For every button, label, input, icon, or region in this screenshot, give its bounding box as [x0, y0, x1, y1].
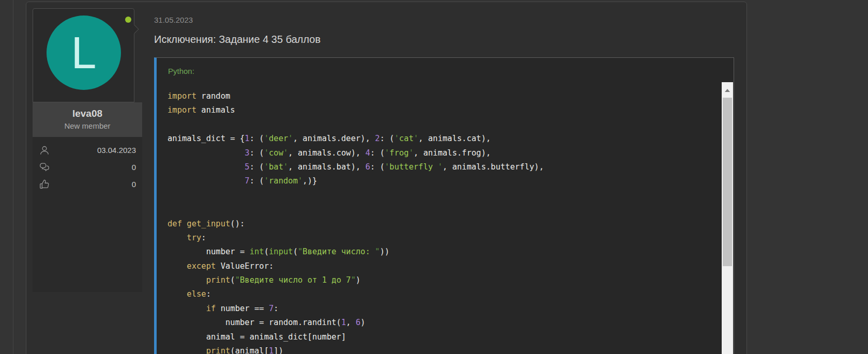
username-link[interactable]: leva08: [35, 108, 140, 119]
code-line: 7: ('random',)}: [167, 174, 713, 188]
code-line: 3: ('cow', animals.cow), 4: ('frog', ani…: [167, 146, 713, 160]
likes-count: 0: [50, 180, 136, 189]
messages-count: 0: [50, 163, 136, 172]
code-block: Python: import randomimport animals anim…: [154, 57, 734, 354]
likes-icon: [39, 179, 50, 190]
scroll-up-icon: [725, 89, 730, 92]
online-status-dot: [125, 17, 131, 23]
messages-icon: [39, 162, 50, 173]
message-content: 31.05.2023 Исключения: Задание 4 35 балл…: [154, 15, 734, 354]
user-avatar[interactable]: L: [47, 16, 121, 90]
code-line: [167, 203, 713, 217]
code-line: animal = animals_dict[number]: [167, 330, 713, 344]
code-line: print("Введите число от 1 до 7"): [167, 273, 713, 287]
user-identity-block: leva08 New member: [33, 102, 142, 137]
code-line: def get_input():: [167, 217, 713, 231]
stat-row-messages: 0: [39, 159, 136, 176]
code-line: animals_dict = {1: ('deer', animals.deer…: [167, 132, 713, 146]
scrollbar-thumb[interactable]: [723, 98, 732, 266]
code-line: [167, 118, 713, 132]
user-stats-block: 03.04.2023 0 0: [33, 137, 142, 292]
stat-row-likes: 0: [39, 176, 136, 193]
post-title: Исключения: Задание 4 35 баллов: [154, 33, 734, 46]
message-pointer-arrow: [129, 24, 139, 34]
post-date-link[interactable]: 31.05.2023: [154, 15, 193, 25]
code-line: import random: [167, 89, 713, 103]
code-line: number = random.randint(1, 6): [167, 316, 713, 330]
user-info-cell: L leva08 New member 03.04.2023: [33, 8, 142, 292]
code-scrollbar[interactable]: [722, 82, 733, 354]
code-line: else:: [167, 287, 713, 301]
forum-page: L leva08 New member 03.04.2023: [0, 0, 868, 354]
code-body: import randomimport animals animals_dict…: [157, 76, 734, 354]
stat-row-joined: 03.04.2023: [39, 142, 136, 159]
code-line: [167, 189, 713, 203]
code-line: except ValueError:: [167, 259, 713, 273]
code-line: number = int(input("Введите число: ")): [167, 245, 713, 259]
code-line: 5: ('bat', animals.bat), 6: ('butterfly …: [167, 160, 713, 174]
code-language-label: Python:: [157, 58, 734, 76]
code-line: print(animal[1]): [167, 344, 713, 354]
avatar-box: L: [33, 8, 134, 102]
code-line: try:: [167, 231, 713, 245]
page-content-divider: [13, 0, 13, 354]
avatar-letter: L: [71, 30, 97, 75]
user-icon: [39, 145, 50, 156]
code-line: if number == 7:: [167, 302, 713, 316]
forum-post: L leva08 New member 03.04.2023: [26, 2, 747, 354]
joined-date: 03.04.2023: [50, 146, 136, 155]
scroll-up-button[interactable]: [722, 82, 733, 98]
user-role: New member: [35, 121, 140, 130]
code-line: import animals: [167, 103, 713, 117]
